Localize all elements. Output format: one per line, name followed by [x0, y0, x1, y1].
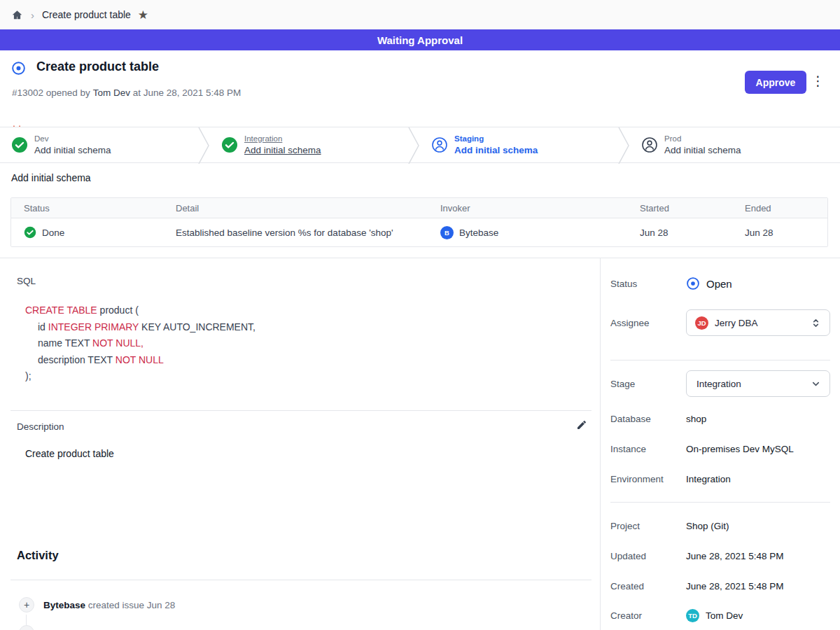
- sidebar-row-instance: Instance On-premises Dev MySQL: [610, 443, 830, 455]
- stage-done-check-icon: [221, 136, 238, 153]
- activity-section-title: Activity: [17, 549, 59, 562]
- more-actions-kebab-icon[interactable]: ⋮: [811, 69, 825, 92]
- home-icon[interactable]: [11, 9, 23, 21]
- task-started-cell: Jun 28: [640, 227, 745, 238]
- approval-banner: Waiting Approval: [0, 29, 840, 50]
- breadcrumb: › Create product table ★: [0, 0, 840, 29]
- col-ended: Ended: [745, 203, 827, 214]
- sidebar-row-environment: Environment Integration: [610, 473, 830, 485]
- stage-separator-chevron: [618, 127, 630, 164]
- issue-author: Tom Dev: [93, 88, 130, 98]
- stage-env-label: Staging: [454, 134, 538, 144]
- issue-open-icon: [11, 61, 26, 76]
- main-column: SQL CREATE TABLE product (id INTEGER PRI…: [0, 258, 601, 630]
- bookmark-star-icon[interactable]: ★: [138, 8, 148, 22]
- environment-value: Integration: [686, 474, 731, 484]
- sidebar-divider: [610, 360, 830, 360]
- stage-task-label: Add initial schema: [664, 144, 741, 156]
- chevron-down-icon: [811, 379, 821, 389]
- description-text: Create product table: [25, 448, 114, 459]
- timeline-connector: [26, 615, 27, 625]
- timeline-next-node: [19, 625, 34, 630]
- task-ended-cell: Jun 28: [745, 227, 827, 238]
- task-detail-cell: Established baseline version %s for data…: [176, 227, 440, 238]
- stage-pending-icon: [641, 136, 658, 153]
- stage-separator-chevron: [198, 127, 210, 164]
- status-value: Open: [706, 278, 732, 290]
- issue-title: Create product table: [36, 59, 159, 74]
- pipeline-stage-prod[interactable]: Prod Add initial schema: [630, 127, 840, 162]
- stage-env-label: Prod: [664, 134, 741, 144]
- stage-pending-approval-icon: [431, 136, 448, 153]
- updown-chevron-icon: [811, 318, 821, 328]
- sidebar-row-project: Project Shop (Git): [610, 520, 830, 532]
- sidebar-row-assignee: Assignee JD Jerry DBA: [610, 309, 830, 336]
- sidebar-row-database: Database shop: [610, 413, 830, 425]
- col-started: Started: [640, 203, 745, 214]
- col-status: Status: [24, 203, 176, 214]
- done-check-icon: [24, 226, 36, 239]
- sidebar-row-status: Status Open: [610, 276, 830, 290]
- divider: [10, 410, 592, 411]
- col-detail: Detail: [176, 203, 440, 214]
- stage-task-label: Add initial schema: [244, 144, 321, 156]
- stage-task-label: Add initial schema: [34, 144, 111, 156]
- activity-actor: Bytebase: [43, 600, 85, 610]
- creator-avatar: TD: [686, 609, 699, 622]
- sidebar-row-updated: Updated June 28, 2021 5:48 PM: [610, 550, 830, 562]
- stage-value: Integration: [696, 379, 741, 389]
- issue-sidebar: Status Open Assignee JD Jerry DBA Stage …: [601, 258, 840, 630]
- col-invoker: Invoker: [440, 203, 640, 214]
- divider: [10, 580, 592, 580]
- task-table-row[interactable]: Done Established baseline version %s for…: [11, 218, 827, 246]
- instance-value: On-premises Dev MySQL: [686, 444, 794, 454]
- activity-plus-icon: +: [19, 597, 34, 612]
- stage-env-label: Integration: [244, 134, 321, 144]
- task-invoker-cell: B Bytebase: [440, 226, 640, 239]
- task-table-header: Status Detail Invoker Started Ended: [11, 198, 827, 218]
- creator-value: Tom Dev: [706, 610, 743, 621]
- pipeline-stage-dev[interactable]: Dev Add initial schema: [0, 127, 210, 162]
- stage-env-label: Dev: [34, 134, 111, 144]
- issue-meta: #13002 opened by Tom Dev at June 28, 202…: [12, 88, 241, 98]
- activity-action: created issue Jun 28: [85, 600, 175, 610]
- database-value: shop: [686, 414, 706, 424]
- sql-code: CREATE TABLE product (id INTEGER PRIMARY…: [25, 302, 255, 385]
- assignee-avatar: JD: [695, 316, 708, 330]
- sidebar-divider: [610, 502, 830, 503]
- lower-content: SQL CREATE TABLE product (id INTEGER PRI…: [0, 258, 840, 630]
- invoker-avatar: B: [440, 226, 454, 239]
- stage-select[interactable]: Integration: [686, 370, 830, 397]
- activity-item: + Bytebase created issue Jun 28: [19, 597, 175, 612]
- sidebar-row-creator: Creator TD Tom Dev: [610, 608, 830, 623]
- task-section-title: Add initial schema: [11, 172, 91, 183]
- pipeline-stage-integration[interactable]: Integration Add initial schema: [210, 127, 420, 162]
- breadcrumb-chevron-icon: ›: [31, 9, 34, 21]
- approve-button[interactable]: Approve: [745, 71, 806, 94]
- assignee-select[interactable]: JD Jerry DBA: [686, 309, 830, 336]
- stage-task-label: Add initial schema: [454, 144, 538, 156]
- updated-value: June 28, 2021 5:48 PM: [686, 551, 784, 561]
- sidebar-row-stage: Stage Integration: [610, 370, 830, 397]
- approval-banner-text: Waiting Approval: [377, 34, 463, 46]
- description-label: Description: [17, 421, 64, 432]
- stage-separator-chevron: [408, 127, 420, 164]
- status-open-icon: [686, 276, 700, 290]
- pipeline-stage-staging[interactable]: Staging Add initial schema: [420, 127, 630, 162]
- sql-section-label: SQL: [17, 276, 36, 286]
- task-status-cell: Done: [24, 226, 176, 239]
- stage-pipeline: Dev Add initial schema Integration Add i…: [0, 127, 840, 163]
- issue-header: Create product table #13002 opened by To…: [0, 50, 840, 127]
- edit-pencil-icon[interactable]: [576, 419, 587, 430]
- project-value: Shop (Git): [686, 521, 729, 531]
- breadcrumb-page-title: Create product table: [42, 9, 131, 20]
- task-table: Status Detail Invoker Started Ended Done…: [10, 197, 828, 247]
- sidebar-row-created: Created June 28, 2021 5:48 PM: [610, 580, 830, 592]
- created-value: June 28, 2021 5:48 PM: [686, 581, 784, 592]
- stage-done-check-icon: [11, 136, 28, 153]
- assignee-value: Jerry DBA: [715, 318, 758, 328]
